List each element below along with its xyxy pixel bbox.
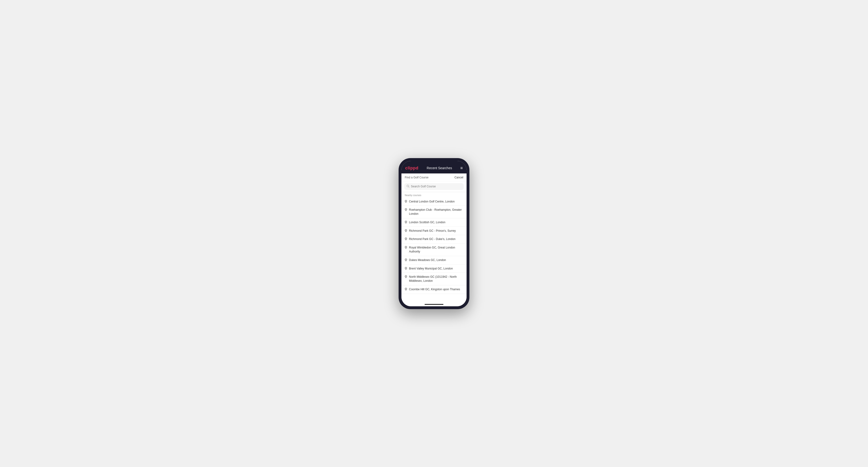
phone-screen: clippd Recent Searches ≡ Find a Golf Cou… xyxy=(401,161,467,306)
home-bar xyxy=(425,304,443,305)
home-indicator xyxy=(401,302,467,306)
course-name: Royal Wimbledon GC, Great London Authori… xyxy=(409,246,463,254)
course-name: North Middlesex GC (1011942 - North Midd… xyxy=(409,275,463,283)
course-name: Richmond Park GC - Prince's, Surrey xyxy=(409,229,456,233)
pin-icon xyxy=(405,288,407,291)
pin-icon xyxy=(405,229,407,233)
svg-line-1 xyxy=(408,187,409,187)
course-name: Central London Golf Centre, London xyxy=(409,199,455,204)
course-name: London Scottish GC, London xyxy=(409,220,445,224)
list-item[interactable]: Royal Wimbledon GC, Great London Authori… xyxy=(401,244,467,256)
search-input-wrapper xyxy=(404,183,464,190)
nearby-section-label: Nearby courses xyxy=(401,192,467,197)
cancel-button[interactable]: Cancel xyxy=(455,176,463,179)
course-name: Dukes Meadows GC, London xyxy=(409,258,446,262)
pin-icon xyxy=(405,208,407,212)
list-item[interactable]: North Middlesex GC (1011942 - North Midd… xyxy=(401,273,467,285)
pin-icon xyxy=(405,258,407,262)
pin-icon xyxy=(405,275,407,279)
search-icon xyxy=(407,185,409,188)
search-container xyxy=(401,181,467,192)
nearby-courses-section: Nearby courses Central London Golf Centr… xyxy=(401,192,467,294)
course-name: Roehampton Club - Roehampton, Greater Lo… xyxy=(409,208,463,216)
list-item[interactable]: Richmond Park GC - Prince's, Surrey xyxy=(401,227,467,235)
search-input[interactable] xyxy=(411,185,461,188)
course-list: Central London Golf Centre, London Roeha… xyxy=(401,197,467,294)
list-item[interactable]: Brent Valley Municipal GC, London xyxy=(401,264,467,273)
course-name: Brent Valley Municipal GC, London xyxy=(409,267,453,271)
pin-icon xyxy=(405,267,407,271)
list-item[interactable]: Richmond Park GC - Duke's, London xyxy=(401,235,467,244)
app-header-title: Recent Searches xyxy=(427,166,452,170)
hamburger-icon[interactable]: ≡ xyxy=(460,166,463,170)
content-area: Find a Golf Course Cancel Nearby xyxy=(401,174,467,302)
app-logo: clippd xyxy=(405,166,418,170)
pin-icon xyxy=(405,221,407,224)
course-name: Richmond Park GC - Duke's, London xyxy=(409,237,456,241)
list-item[interactable]: Roehampton Club - Roehampton, Greater Lo… xyxy=(401,206,467,218)
list-item[interactable]: London Scottish GC, London xyxy=(401,218,467,227)
find-label: Find a Golf Course xyxy=(405,176,429,179)
find-bar: Find a Golf Course Cancel xyxy=(401,174,467,181)
pin-icon xyxy=(405,200,407,204)
app-header: clippd Recent Searches ≡ xyxy=(401,163,467,174)
list-item[interactable]: Dukes Meadows GC, London xyxy=(401,256,467,264)
list-item[interactable]: Central London Golf Centre, London xyxy=(401,197,467,206)
pin-icon xyxy=(405,238,407,241)
course-name: Coombe Hill GC, Kingston upon Thames xyxy=(409,287,460,291)
phone-notch xyxy=(401,161,467,163)
pin-icon xyxy=(405,246,407,249)
list-item[interactable]: Coombe Hill GC, Kingston upon Thames xyxy=(401,285,467,294)
phone-frame: clippd Recent Searches ≡ Find a Golf Cou… xyxy=(399,158,469,309)
